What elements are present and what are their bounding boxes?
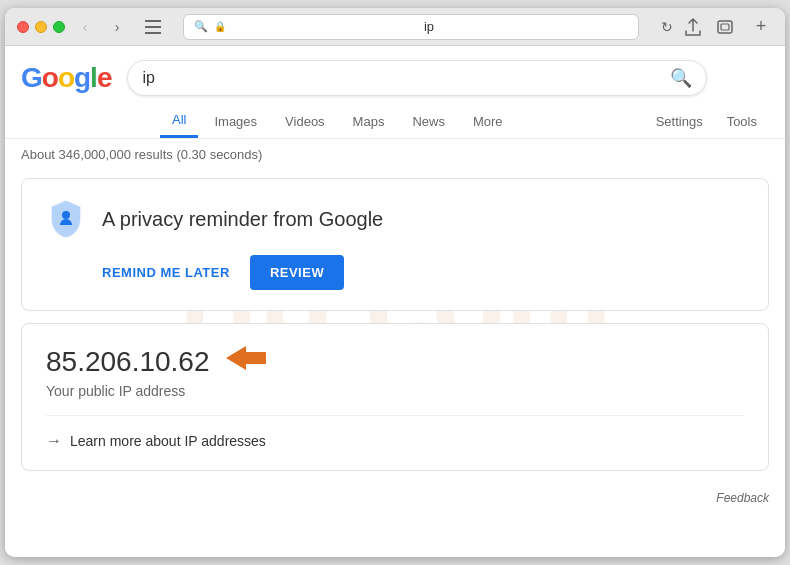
new-tab-button[interactable]: + bbox=[749, 15, 773, 39]
address-bar[interactable]: 🔍 🔒 ip bbox=[183, 14, 639, 40]
logo-g2: g bbox=[74, 62, 90, 93]
back-button[interactable]: ‹ bbox=[73, 15, 97, 39]
lock-icon: 🔒 bbox=[214, 21, 226, 32]
arrow-right-icon: → bbox=[46, 432, 62, 450]
close-button[interactable] bbox=[17, 21, 29, 33]
maximize-button[interactable] bbox=[53, 21, 65, 33]
search-icon: 🔍 bbox=[194, 20, 208, 33]
page-content: rip.com Google ip 🔍 All Images Videos Ma… bbox=[5, 46, 785, 557]
sidebar-button[interactable] bbox=[141, 15, 165, 39]
search-button[interactable]: 🔍 bbox=[670, 67, 692, 89]
traffic-lights bbox=[17, 21, 65, 33]
ip-row: 85.206.10.62 bbox=[46, 344, 744, 379]
tab-tools[interactable]: Tools bbox=[715, 106, 769, 137]
svg-rect-1 bbox=[145, 26, 161, 28]
tab-all[interactable]: All bbox=[160, 104, 198, 138]
arrow-left-icon bbox=[226, 344, 266, 379]
google-header: Google ip 🔍 bbox=[5, 46, 785, 96]
minimize-button[interactable] bbox=[35, 21, 47, 33]
tab-more[interactable]: More bbox=[461, 106, 515, 137]
learn-more-link[interactable]: → Learn more about IP addresses bbox=[46, 415, 744, 450]
logo-o2: o bbox=[58, 62, 74, 93]
svg-point-5 bbox=[62, 211, 70, 219]
browser-window: ‹ › 🔍 🔒 ip ↻ + bbox=[5, 8, 785, 557]
svg-marker-6 bbox=[226, 346, 266, 370]
reload-button[interactable]: ↻ bbox=[661, 19, 673, 35]
share-button[interactable] bbox=[681, 15, 705, 39]
privacy-card: A privacy reminder from Google REMIND ME… bbox=[21, 178, 769, 311]
tab-maps[interactable]: Maps bbox=[341, 106, 397, 137]
title-bar: ‹ › 🔍 🔒 ip ↻ + bbox=[5, 8, 785, 46]
results-count: About 346,000,000 results (0.30 seconds) bbox=[21, 147, 262, 162]
logo-o1: o bbox=[42, 62, 58, 93]
feedback-row: Feedback bbox=[5, 483, 785, 513]
logo-g: G bbox=[21, 62, 42, 93]
learn-more-text: Learn more about IP addresses bbox=[70, 433, 266, 449]
search-bar[interactable]: ip 🔍 bbox=[127, 60, 707, 96]
tab-settings[interactable]: Settings bbox=[644, 106, 715, 137]
google-logo: Google bbox=[21, 62, 111, 94]
feedback-label[interactable]: Feedback bbox=[716, 491, 769, 505]
svg-rect-0 bbox=[145, 20, 161, 22]
tab-news[interactable]: News bbox=[400, 106, 457, 137]
privacy-card-inner: A privacy reminder from Google REMIND ME… bbox=[46, 199, 744, 290]
tab-videos[interactable]: Videos bbox=[273, 106, 337, 137]
privacy-title: A privacy reminder from Google bbox=[102, 208, 383, 231]
svg-rect-2 bbox=[145, 32, 161, 34]
tab-overview-button[interactable] bbox=[713, 15, 737, 39]
remind-later-button[interactable]: REMIND ME LATER bbox=[102, 265, 230, 280]
shield-icon bbox=[46, 199, 86, 239]
review-button[interactable]: REVIEW bbox=[250, 255, 344, 290]
nav-tabs: All Images Videos Maps News More Setting… bbox=[5, 96, 785, 139]
svg-rect-4 bbox=[721, 24, 729, 30]
privacy-header: A privacy reminder from Google bbox=[46, 199, 383, 239]
ip-card: 85.206.10.62 Your public IP address → Le… bbox=[21, 323, 769, 471]
forward-button[interactable]: › bbox=[105, 15, 129, 39]
ip-label: Your public IP address bbox=[46, 383, 744, 399]
results-info: About 346,000,000 results (0.30 seconds) bbox=[5, 139, 785, 170]
address-text: ip bbox=[230, 19, 628, 34]
svg-rect-3 bbox=[718, 21, 732, 33]
privacy-buttons: REMIND ME LATER REVIEW bbox=[102, 255, 344, 290]
search-input[interactable]: ip bbox=[142, 69, 670, 87]
tab-images[interactable]: Images bbox=[202, 106, 269, 137]
ip-address: 85.206.10.62 bbox=[46, 346, 210, 378]
logo-l: l bbox=[90, 62, 97, 93]
logo-e: e bbox=[97, 62, 112, 93]
